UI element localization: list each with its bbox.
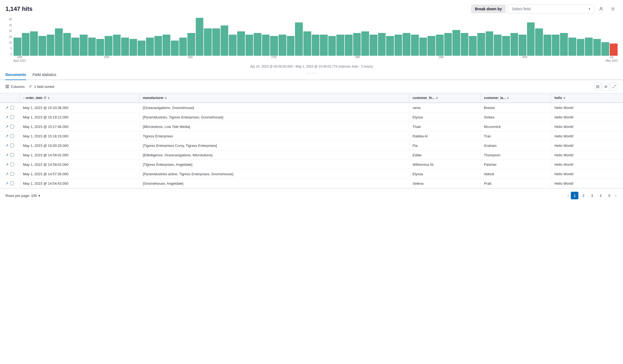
chart-bar[interactable]	[179, 38, 187, 56]
chart-bar[interactable]	[287, 36, 295, 56]
chart-bar[interactable]	[336, 35, 344, 56]
row-expand-icon[interactable]: ↗	[5, 115, 9, 119]
chart-bar[interactable]	[80, 35, 88, 56]
chart-bar[interactable]	[262, 35, 270, 56]
columns-button[interactable]: Columns	[5, 85, 25, 89]
chart-bar[interactable]	[171, 41, 179, 56]
chart-bar[interactable]	[411, 35, 419, 56]
expand-view-button[interactable]	[610, 83, 618, 90]
chart-bar[interactable]	[477, 33, 485, 56]
chart-bar[interactable]	[196, 18, 204, 56]
chart-bar[interactable]	[71, 38, 79, 56]
col-header-customer-first[interactable]: customer_fir... ∨	[409, 93, 480, 103]
chart-bar[interactable]	[146, 38, 154, 56]
row-checkbox[interactable]	[10, 172, 14, 176]
chart-bar[interactable]	[610, 44, 618, 56]
chart-bar[interactable]	[22, 33, 30, 56]
chart-bar[interactable]	[254, 33, 261, 56]
chart-bar[interactable]	[568, 38, 576, 56]
row-expand-icon[interactable]: ↗	[5, 124, 9, 129]
chart-bar[interactable]	[328, 36, 336, 56]
chart-bar[interactable]	[494, 35, 502, 56]
chart-bar[interactable]	[378, 33, 386, 56]
chart-bar[interactable]	[270, 36, 278, 56]
chart-bar[interactable]	[452, 30, 460, 56]
chart-bar[interactable]	[444, 33, 452, 56]
row-checkbox[interactable]	[10, 115, 14, 119]
page-1-button[interactable]: 1	[571, 192, 578, 199]
chart-bar[interactable]	[552, 35, 560, 56]
user-icon-button[interactable]	[597, 4, 606, 14]
chart-bar[interactable]	[187, 33, 195, 56]
page-5-button[interactable]: 5	[605, 192, 613, 199]
chart-bar[interactable]	[428, 36, 435, 56]
chart-bar[interactable]	[527, 22, 535, 56]
row-checkbox[interactable]	[10, 134, 14, 138]
chart-bar[interactable]	[361, 31, 369, 56]
chart-bar[interactable]	[38, 36, 46, 56]
chart-bar[interactable]	[130, 39, 137, 56]
col-header-hello[interactable]: hello ∨	[551, 93, 623, 103]
page-3-button[interactable]: 3	[588, 192, 596, 199]
row-checkbox[interactable]	[10, 163, 14, 166]
row-checkbox[interactable]	[10, 106, 14, 110]
col-header-order-date[interactable]: ↓ order_date ⏱ ∨	[20, 93, 140, 103]
chart-bar[interactable]	[577, 39, 585, 56]
chart-bar[interactable]	[55, 28, 63, 56]
chart-bar[interactable]	[320, 35, 328, 56]
grid-view-button[interactable]	[594, 83, 601, 90]
chart-bar[interactable]	[154, 36, 162, 56]
row-expand-icon[interactable]: ↗	[5, 172, 9, 176]
chart-bar[interactable]	[502, 36, 510, 56]
chart-bar[interactable]	[163, 35, 170, 56]
page-4-button[interactable]: 4	[597, 192, 604, 199]
chart-bar[interactable]	[121, 38, 129, 56]
chart-bar[interactable]	[345, 35, 353, 56]
chart-bar[interactable]	[511, 33, 518, 56]
chart-bar[interactable]	[370, 35, 377, 56]
chart-bar[interactable]	[560, 33, 568, 56]
rows-per-page[interactable]: Rows per page: 100 ▾	[5, 194, 40, 198]
row-expand-icon[interactable]: ↗	[5, 181, 9, 186]
chart-bar[interactable]	[353, 33, 361, 56]
select-field-dropdown[interactable]: Select field ▾	[508, 4, 594, 14]
chart-bar[interactable]	[138, 41, 145, 56]
row-checkbox[interactable]	[10, 125, 14, 128]
chart-bar[interactable]	[403, 33, 410, 56]
chart-bar[interactable]	[237, 31, 245, 56]
chart-bar[interactable]	[544, 35, 551, 56]
chart-bar[interactable]	[295, 22, 303, 56]
settings-icon-button[interactable]	[608, 4, 618, 14]
row-expand-icon[interactable]: ↗	[5, 162, 9, 167]
chart-bar[interactable]	[419, 38, 427, 56]
chart-bar[interactable]	[386, 36, 394, 56]
chart-bar[interactable]	[246, 35, 253, 56]
chart-bar[interactable]	[204, 28, 212, 56]
row-checkbox[interactable]	[10, 153, 14, 157]
row-checkbox[interactable]	[10, 144, 14, 147]
col-header-manufacturer[interactable]: manufacturer ∨	[140, 93, 409, 103]
chart-bar[interactable]	[601, 42, 609, 56]
chart-bar[interactable]	[96, 39, 104, 56]
chart-bar[interactable]	[535, 28, 543, 56]
chart-bar[interactable]	[486, 31, 493, 56]
row-checkbox[interactable]	[10, 181, 14, 185]
chart-bar[interactable]	[113, 35, 121, 56]
chart-bar[interactable]	[395, 35, 402, 56]
chart-bar[interactable]	[593, 39, 601, 56]
chart-bar[interactable]	[519, 35, 526, 56]
chart-bar[interactable]	[105, 36, 112, 56]
page-2-button[interactable]: 2	[579, 192, 587, 199]
next-page-button[interactable]: ›	[614, 193, 618, 198]
chart-bar[interactable]	[312, 35, 320, 56]
chart-bar[interactable]	[221, 25, 228, 56]
chart-bar[interactable]	[14, 38, 21, 56]
chart-bar[interactable]	[279, 35, 286, 56]
table-view-button[interactable]	[602, 83, 609, 90]
chart-bar[interactable]	[303, 31, 311, 56]
chart-bar[interactable]	[436, 35, 444, 56]
col-header-customer-last[interactable]: customer_la... ∨	[480, 93, 551, 103]
chart-bar[interactable]	[469, 36, 477, 56]
row-expand-icon[interactable]: ↗	[5, 105, 9, 110]
chart-bar[interactable]	[30, 31, 38, 56]
